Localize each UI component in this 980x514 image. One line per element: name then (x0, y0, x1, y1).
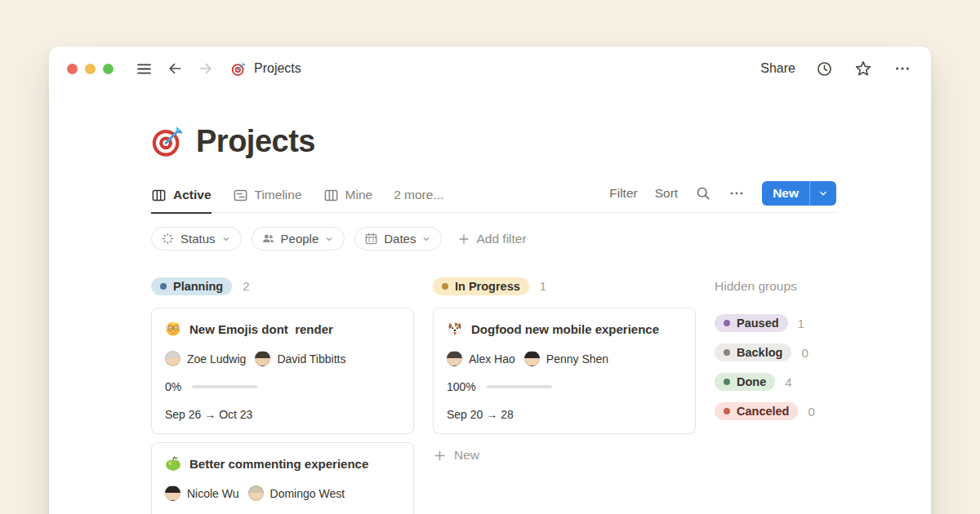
minimize-window-button[interactable] (85, 64, 96, 74)
status-dot (724, 349, 730, 356)
card-new-emojis[interactable]: New Emojis dont render Zoe Ludwig David … (151, 308, 414, 434)
avatar (248, 485, 264, 501)
status-pill-in-progress[interactable]: In Progress (433, 277, 529, 295)
app-window: Projects Share Projects Ac (49, 47, 931, 514)
status-pill-done[interactable]: Done (715, 373, 775, 391)
plus-icon (433, 449, 447, 463)
hidden-group-done: Done 4 (715, 373, 837, 391)
timeline-view-icon (233, 188, 248, 203)
status-pill-paused[interactable]: Paused (715, 314, 788, 332)
progress-bar (487, 385, 552, 389)
dates-filter-chip[interactable]: Dates (354, 227, 442, 250)
maximize-window-button[interactable] (103, 64, 114, 74)
tab-timeline[interactable]: Timeline (233, 188, 302, 212)
page-title: Projects (196, 124, 315, 159)
status-label: In Progress (455, 280, 520, 293)
tab-label: Active (173, 188, 212, 202)
assignee: Alex Hao (447, 351, 515, 366)
new-card-label: New (454, 448, 479, 463)
board-view-icon (323, 188, 339, 203)
forward-arrow-icon[interactable] (195, 58, 216, 79)
people-icon (261, 232, 275, 246)
status-dot (724, 408, 730, 414)
status-label: Canceled (737, 405, 789, 418)
group-count: 0 (801, 346, 808, 360)
status-pill-backlog[interactable]: Backlog (715, 343, 791, 361)
column-count: 1 (540, 279, 546, 293)
hidden-groups-panel: Hidden groups Paused 1 Backlog 0 (715, 275, 837, 432)
people-filter-chip[interactable]: People (252, 227, 345, 250)
card-title: New Emojis dont render (189, 322, 333, 336)
old-man-face-icon (165, 321, 181, 337)
search-icon[interactable] (695, 185, 711, 202)
sort-button[interactable]: Sort (655, 186, 678, 201)
card-title: Better commenting experience (189, 457, 368, 471)
new-button[interactable]: New (762, 181, 809, 206)
status-label: Planning (173, 280, 223, 293)
target-dart-icon (231, 61, 247, 77)
status-label: Paused (737, 317, 779, 330)
avatar (165, 351, 180, 366)
group-count: 0 (808, 405, 814, 419)
card-dates: Sep 26 → Oct 23 (165, 408, 400, 421)
board: Planning 2 New Emojis dont render Zoe Lu… (151, 275, 836, 514)
plus-icon (457, 233, 470, 246)
back-arrow-icon[interactable] (164, 58, 185, 79)
calendar-icon (364, 232, 378, 246)
tab-mine[interactable]: Mine (323, 188, 373, 212)
status-burst-icon (161, 232, 175, 246)
avatar (447, 351, 462, 366)
new-button-group: New (762, 181, 836, 206)
group-count: 4 (785, 375, 791, 389)
filter-button[interactable]: Filter (609, 186, 637, 201)
tab-active[interactable]: Active (151, 188, 212, 214)
assignee-name: Nicole Wu (187, 487, 239, 500)
chevron-down-icon (324, 234, 334, 244)
column-in-progress: In Progress 1 Dogfood new mobile experie… (433, 275, 696, 463)
titlebar: Projects Share (49, 47, 931, 91)
add-filter-button[interactable]: Add filter (457, 232, 526, 246)
status-label: Backlog (737, 346, 782, 359)
column-count: 2 (243, 279, 249, 293)
avatar (165, 485, 180, 501)
new-dropdown-chevron-icon[interactable] (810, 181, 836, 206)
progress-label: 0% (165, 380, 181, 393)
assignee: Nicole Wu (165, 485, 239, 501)
more-views-button[interactable]: 2 more... (394, 188, 443, 211)
chip-label: People (281, 232, 319, 246)
sidebar-menu-icon[interactable] (133, 58, 154, 79)
target-dart-icon (151, 124, 185, 158)
view-options-icon[interactable] (728, 185, 745, 202)
status-dot (724, 379, 730, 385)
group-count: 1 (798, 317, 804, 330)
card-dates: Sep 20 → 28 (447, 408, 682, 421)
progress-bar (192, 385, 257, 389)
history-clock-icon[interactable] (813, 58, 835, 79)
column-planning: Planning 2 New Emojis dont render Zoe Lu… (151, 275, 414, 514)
status-label: Done (737, 375, 766, 388)
card-title: Dogfood new mobile experience (471, 322, 659, 336)
breadcrumb-label: Projects (254, 61, 301, 76)
hidden-group-backlog: Backlog 0 (715, 343, 837, 361)
green-apple-icon (165, 455, 181, 472)
chip-label: Dates (384, 232, 416, 246)
card-dogfood-mobile[interactable]: Dogfood new mobile experience Alex Hao P… (433, 308, 696, 434)
assignee-name: Zoe Ludwig (187, 352, 246, 366)
breadcrumb[interactable]: Projects (231, 61, 301, 77)
filter-bar: Status People Dates (151, 227, 836, 250)
status-filter-chip[interactable]: Status (151, 227, 242, 250)
status-pill-planning[interactable]: Planning (151, 277, 232, 295)
hidden-group-paused: Paused 1 (715, 314, 837, 332)
share-button[interactable]: Share (760, 61, 795, 76)
more-options-icon[interactable] (892, 58, 913, 79)
traffic-lights (67, 64, 114, 74)
avatar (255, 351, 270, 366)
favorite-star-icon[interactable] (853, 58, 874, 79)
new-card-button[interactable]: New (433, 448, 696, 463)
close-window-button[interactable] (67, 64, 78, 74)
card-better-commenting[interactable]: Better commenting experience Nicole Wu D… (151, 442, 414, 514)
assignee-name: Alex Hao (469, 352, 515, 366)
view-tabs-row: Active Timeline Mine 2 more... Filter So… (151, 181, 836, 213)
avatar (524, 351, 540, 366)
status-pill-canceled[interactable]: Canceled (715, 402, 798, 420)
